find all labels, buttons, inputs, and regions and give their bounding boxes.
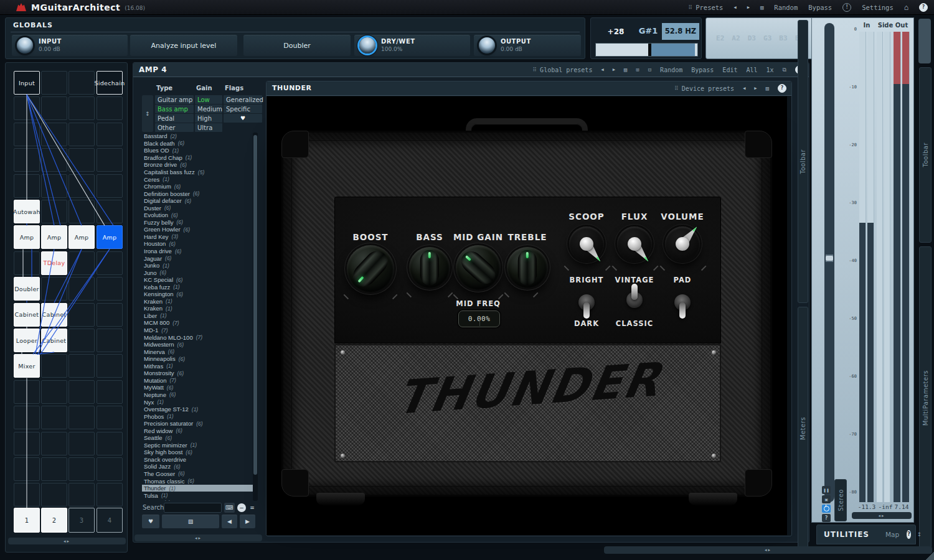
grid-empty-cell[interactable] (41, 148, 67, 172)
amp-list-item-precision-saturator[interactable]: Precision saturator(6) (142, 420, 253, 427)
grid-empty-cell[interactable] (68, 148, 95, 172)
module-cell-doubler[interactable]: Doubler (14, 277, 40, 301)
drywet-knob[interactable] (359, 37, 375, 54)
global-preset-prev-button[interactable]: ◀ (601, 67, 603, 72)
drywet-control[interactable]: DRY/WET 100.0% (354, 35, 470, 56)
grid-empty-cell[interactable] (68, 200, 95, 223)
amp-list-item-basstard[interactable]: Basstard(2) (142, 133, 253, 140)
grid-empty-cell[interactable] (68, 354, 95, 378)
filter-option-specific[interactable]: Specific (224, 105, 262, 113)
grid-empty-cell[interactable] (97, 380, 123, 404)
scoop-knob[interactable] (569, 226, 604, 261)
amp-list-item-keba-fuzz[interactable]: Keba fuzz(1) (142, 283, 253, 291)
grid-empty-cell[interactable] (97, 96, 123, 120)
amp-list-item-chromium[interactable]: Chromium(6) (142, 183, 253, 190)
amp-list-item-mithras[interactable]: Mithras(1) (142, 363, 253, 370)
grid-empty-cell[interactable] (68, 174, 95, 198)
grid-empty-cell[interactable] (41, 483, 67, 506)
amp-list-item-kensington[interactable]: Kensington(6) (142, 291, 253, 298)
amp-list-item-kraken[interactable]: Kraken(1) (142, 298, 253, 306)
amp-list-item-blues-od[interactable]: Blues OD(1) (142, 147, 253, 154)
random-button[interactable]: Random (774, 4, 798, 11)
meters-hscrollbar[interactable]: ◂▸ (852, 512, 912, 519)
amp-list-item-meldano-mlo-100[interactable]: Meldano MLO-100(7) (142, 334, 253, 341)
grid-empty-cell[interactable] (41, 71, 67, 95)
tuner-panel[interactable]: +28 G#1 52.8 HZ (590, 17, 702, 59)
amp-list-item-junko[interactable]: Junko(1) (142, 262, 253, 269)
right-vscrollbar-thumb[interactable] (918, 19, 931, 63)
module-cell-amp[interactable]: Amp (14, 225, 40, 249)
boost-knob[interactable] (347, 245, 394, 292)
grid-empty-cell[interactable] (97, 200, 123, 223)
input-knob[interactable] (17, 37, 33, 54)
tab-toolbar-right[interactable]: Toolbar (919, 67, 932, 243)
amp-list-item-solid-jazz[interactable]: Solid Jazz(6) (142, 463, 253, 470)
amp-list-item-red-widow[interactable]: Red widow(6) (142, 427, 253, 434)
grid-empty-cell[interactable] (41, 380, 67, 404)
module-cell-cabinet[interactable]: Cabinet (41, 329, 67, 352)
amp-list-item-kraken[interactable]: Kraken(1) (142, 305, 253, 312)
popout-button[interactable]: ▣ (822, 495, 831, 503)
grid-empty-cell[interactable] (68, 123, 95, 146)
amp4-edit-button[interactable]: Edit (722, 67, 737, 73)
presets-button[interactable]: ⠿Presets (689, 4, 724, 11)
amp-list-scroll-thumb[interactable] (253, 135, 257, 475)
amp-list-item-thunder[interactable]: Thunder(1) (142, 485, 253, 492)
preset-next-button[interactable]: ▶ (747, 5, 750, 10)
amp-list-item-fuzzy-belly[interactable]: Fuzzy belly(6) (142, 219, 253, 226)
grid-empty-cell[interactable] (68, 71, 95, 95)
bright-dark-switch[interactable] (577, 286, 596, 319)
amp-list-item-black-death[interactable]: Black death(6) (142, 140, 253, 147)
fader-handle[interactable] (826, 254, 833, 262)
grid-empty-cell[interactable] (68, 329, 95, 352)
module-cell-cabinet[interactable]: Cabinet (14, 303, 40, 327)
grid-empty-cell[interactable] (41, 354, 67, 378)
amp-list-item-tulsa[interactable]: Tulsa(1) (142, 492, 253, 499)
grid-empty-cell[interactable] (68, 432, 95, 455)
amp-list-item-green-howler[interactable]: Green Howler(6) (142, 226, 253, 233)
module-cell-input[interactable]: Input (14, 71, 40, 95)
amp-list-item-digital-defacer[interactable]: Digital defacer(6) (142, 197, 253, 205)
meter-zoom-fader[interactable] (824, 23, 834, 502)
grid-page-3[interactable]: 3 (68, 508, 95, 533)
treble-knob[interactable] (507, 247, 548, 288)
grid-empty-cell[interactable] (68, 483, 95, 506)
grid-empty-cell[interactable] (14, 96, 40, 120)
grid-empty-cell[interactable] (14, 406, 40, 429)
amp-list-item-bronze-drive[interactable]: Bronze drive(6) (142, 161, 253, 169)
preset-prev-button[interactable]: ◀ (734, 5, 736, 10)
filter-option-medium[interactable]: Medium (195, 105, 222, 113)
input-gain-control[interactable]: INPUT 0.00 dB (12, 35, 128, 56)
bottom-hscrollbar[interactable]: ◂▸ (604, 546, 932, 554)
amp-list-item-capitalist-bass-fuzz[interactable]: Capitalist bass fuzz(5) (142, 169, 253, 176)
amp-list-item-mcm-800[interactable]: MCM 800(7) (142, 319, 253, 327)
device-presets-button[interactable]: ⠿Device presets (674, 85, 734, 92)
tab-meters[interactable]: Meters (798, 307, 808, 551)
filter-favorites-heart-icon[interactable]: ♥ (224, 114, 262, 123)
global-preset-next-button[interactable]: ▶ (613, 67, 615, 72)
filter-option-generalized[interactable]: Generalized (224, 95, 262, 104)
grid-empty-cell[interactable] (14, 432, 40, 455)
grid-empty-cell[interactable] (41, 432, 67, 455)
amp-list-item-venue[interactable]: Venue(6) (142, 499, 253, 501)
grid-empty-cell[interactable] (41, 406, 67, 429)
output-knob[interactable] (479, 37, 495, 54)
amp-list-item-thomas-classic[interactable]: Thomas classic(6) (142, 477, 253, 485)
preset-image-icon[interactable]: ▨ (760, 4, 763, 11)
amp4-all-button[interactable]: All (746, 67, 757, 73)
home-icon[interactable]: ⌂ (904, 3, 908, 12)
tab-multiparameters[interactable]: MultiParameters (919, 246, 932, 550)
flux-knob[interactable] (617, 226, 652, 261)
amp-list-item-overstage-st-12[interactable]: Overstage ST-12(1) (142, 406, 253, 413)
amp-list-item-liber[interactable]: Liber(1) (142, 312, 253, 320)
amp-list-item-duster[interactable]: Duster(6) (142, 204, 253, 212)
power-button[interactable] (822, 505, 831, 513)
amp-list-item-definition-booster[interactable]: Definition booster(6) (142, 190, 253, 197)
analyze-input-button[interactable]: Analyze input level (130, 35, 237, 56)
utilities-panel[interactable]: UTILITIES Map ? ↕ (816, 525, 916, 544)
grid-empty-cell[interactable] (68, 96, 95, 120)
grid-empty-cell[interactable] (14, 457, 40, 481)
module-cell-mixer[interactable]: Mixer (14, 354, 40, 378)
grid-empty-cell[interactable] (97, 148, 123, 172)
device-preset-prev-button[interactable]: ◀ (743, 86, 745, 91)
